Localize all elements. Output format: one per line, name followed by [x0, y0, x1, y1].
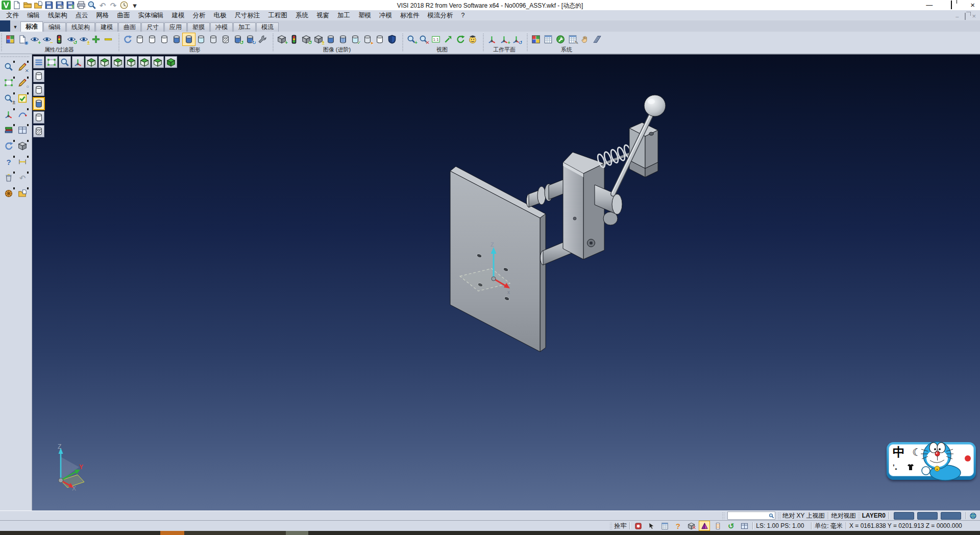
advanced-filter-icon[interactable]	[288, 33, 300, 45]
zoom-window-icon[interactable]	[59, 56, 71, 68]
snap-box-icon[interactable]: ✕	[686, 521, 696, 530]
pan-view-icon[interactable]	[442, 33, 454, 45]
menu-item-15[interactable]: 塑模	[354, 10, 375, 21]
view-menu-icon[interactable]	[33, 56, 44, 68]
view-mode-status[interactable]: 绝对视图	[831, 512, 856, 520]
menu-item-7[interactable]: 建模	[168, 10, 189, 21]
tab-10[interactable]: 模流	[256, 22, 279, 32]
color-swatch-2[interactable]	[941, 512, 961, 520]
tab-9[interactable]: 加工	[233, 22, 256, 32]
menu-item-0[interactable]: 文件	[2, 10, 23, 21]
search-input[interactable]	[728, 513, 769, 519]
tab-4[interactable]: 曲面	[118, 22, 141, 32]
workplane-entity-icon[interactable]: +	[498, 33, 510, 45]
advanced-refresh-icon[interactable]: ↺	[300, 33, 312, 45]
menu-item-2[interactable]: 线架构	[44, 10, 71, 21]
layer-bar-icon[interactable]	[713, 521, 723, 530]
view-top-icon[interactable]	[85, 56, 97, 68]
visibility-refresh-icon[interactable]: ↺	[65, 33, 78, 45]
graphics-settings-icon[interactable]	[256, 33, 268, 45]
zoom-preview-icon[interactable]	[2, 60, 15, 74]
save-all-icon[interactable]: ⇑	[66, 1, 75, 10]
menu-item-1[interactable]: 编辑	[23, 10, 44, 21]
ime-mode-indicator[interactable]: 中	[893, 446, 905, 458]
display-shaded-icon[interactable]	[33, 98, 44, 110]
shaded-view-icon[interactable]	[170, 33, 183, 45]
toolbar-options-caret[interactable]: ▾	[130, 1, 139, 10]
refresh-view-icon[interactable]	[454, 33, 467, 45]
new-file-icon[interactable]	[12, 1, 21, 10]
show-add-icon[interactable]: +	[29, 33, 41, 45]
search-box[interactable]	[727, 512, 775, 520]
import-file-icon[interactable]	[34, 1, 43, 10]
point-select-icon[interactable]	[579, 33, 591, 45]
show-all-plus-icon[interactable]	[90, 33, 102, 45]
copy-attributes-icon[interactable]: ◉	[16, 33, 29, 45]
bounding-shield-icon[interactable]	[386, 33, 398, 45]
workplane-axes-icon[interactable]	[2, 108, 15, 121]
tab-3[interactable]: 建模	[95, 22, 118, 32]
tab-1[interactable]: 编辑	[43, 22, 66, 32]
child-close-button[interactable]: ×	[972, 11, 976, 21]
workplane-status[interactable]: 绝对 XY 上视图	[782, 512, 824, 520]
help-question-icon[interactable]: ?	[2, 155, 15, 168]
menu-item-8[interactable]: 分析	[189, 10, 210, 21]
child-restore-button[interactable]	[965, 11, 966, 21]
menu-item-17[interactable]: 标准件	[396, 10, 424, 21]
open-file-icon[interactable]	[23, 1, 32, 10]
system-settings-icon[interactable]	[554, 33, 567, 45]
workplane-rotate-icon[interactable]: ↺	[510, 33, 523, 45]
menu-item-6[interactable]: 实体编辑	[134, 10, 168, 21]
save-as-icon[interactable]: ✎	[55, 1, 64, 10]
ime-punctuation[interactable]: ’。	[893, 463, 901, 472]
display-hatch-icon[interactable]	[33, 125, 44, 137]
color-swatch-0[interactable]	[894, 512, 914, 520]
view-right-icon[interactable]	[125, 56, 137, 68]
shaded-edges-view-icon[interactable]	[183, 33, 195, 45]
solid-tagged-icon[interactable]: ▸	[361, 33, 374, 45]
menu-item-19[interactable]: ?	[457, 11, 469, 20]
render-quality-icon[interactable]	[467, 33, 479, 45]
image-capture-icon[interactable]	[16, 187, 29, 200]
viewport-3d[interactable]: Z x Z Y X	[32, 54, 980, 511]
tab-6[interactable]: 应用	[164, 22, 187, 32]
zoom-solids-icon[interactable]: ±	[2, 92, 15, 105]
solid-verified-icon[interactable]: ✓	[349, 33, 361, 45]
record-icon[interactable]	[633, 521, 643, 530]
display-hidden-icon[interactable]	[33, 84, 44, 96]
tab-0[interactable]: 标准	[20, 21, 43, 32]
redo-icon[interactable]: ↷	[109, 1, 118, 10]
mesh-ramp-icon[interactable]	[591, 33, 603, 45]
line-style-table-icon[interactable]	[542, 33, 554, 45]
dashed-hidden-view-icon[interactable]	[158, 33, 170, 45]
print-icon[interactable]	[77, 1, 86, 10]
minimize-button[interactable]: —	[926, 0, 933, 10]
split-view-icon[interactable]	[739, 521, 749, 530]
solid-cube-icon[interactable]	[16, 139, 29, 153]
navigation-wheel-icon[interactable]	[2, 187, 15, 200]
tab-8[interactable]: 冲模	[210, 22, 233, 32]
view-front-icon[interactable]	[99, 56, 111, 68]
view-back-icon[interactable]	[138, 56, 151, 68]
menu-item-18[interactable]: 模流分析	[424, 10, 457, 21]
display-wireframe-icon[interactable]	[33, 70, 44, 82]
wireframe-view-icon[interactable]	[134, 33, 146, 45]
color-swatch-1[interactable]	[917, 512, 938, 520]
confirm-check-icon[interactable]	[16, 92, 29, 105]
solid-shaded-icon[interactable]	[325, 33, 337, 45]
color-table-icon[interactable]	[530, 33, 542, 45]
advanced-show-icon[interactable]: +	[276, 33, 288, 45]
undo-icon[interactable]: ↶	[98, 1, 107, 10]
hidden-line-view-icon[interactable]	[146, 33, 158, 45]
solid-striped-icon[interactable]	[337, 33, 349, 45]
hide-remove-icon[interactable]: −	[41, 33, 53, 45]
grid-window-icon[interactable]	[16, 124, 29, 137]
menu-item-13[interactable]: 视窗	[312, 10, 333, 21]
regen-refresh-icon[interactable]	[2, 139, 15, 153]
menu-item-11[interactable]: 工程图	[264, 10, 292, 21]
view-bottom-icon[interactable]	[152, 56, 164, 68]
erase-pencil-icon[interactable]: ✕	[16, 60, 29, 74]
pick-cursor-icon[interactable]	[646, 521, 656, 530]
menu-item-3[interactable]: 点云	[71, 10, 92, 21]
workplane-pyramid-icon[interactable]	[699, 521, 709, 530]
